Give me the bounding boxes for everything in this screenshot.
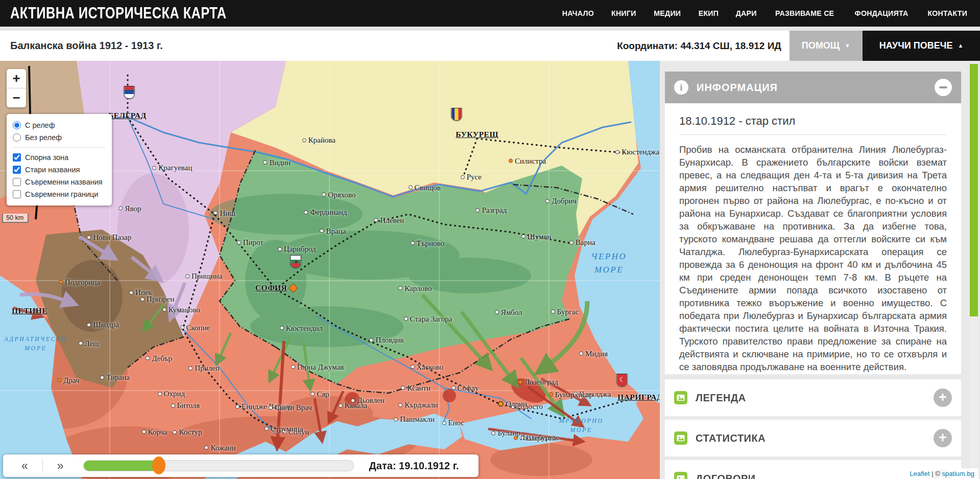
map-scale-bar: 50 km xyxy=(2,214,29,223)
sea-label: АДРИАТИЧЕСКО МОРЕ xyxy=(4,334,67,353)
bulgaria-flag-icon xyxy=(290,255,301,268)
nav-item-4[interactable]: ЕКИП xyxy=(699,9,719,18)
nav-item-1[interactable]: НАЧАЛО xyxy=(562,9,594,18)
main-nav: НАЧАЛОКНИГИМЕДИИЕКИПДАРИРАЗВИВАМЕ СЕФОНД… xyxy=(561,9,969,18)
city-name: Крайова xyxy=(308,136,336,145)
nav-item-2[interactable]: КНИГИ xyxy=(612,9,637,18)
historical-map[interactable]: КрайоваКюстенджаВидинСилистраРусеДобричК… xyxy=(0,61,660,479)
city-label: Бургас xyxy=(551,307,579,316)
city-dot-icon xyxy=(509,159,513,163)
city-name: Битоля xyxy=(177,401,200,410)
city-name: Енос xyxy=(448,419,465,427)
city-label: Плевен xyxy=(374,216,404,224)
sub-header: Балканска война 1912 - 1913 г. Координат… xyxy=(0,27,980,61)
city-name: Разград xyxy=(482,206,507,215)
city-name: Кюстендил xyxy=(286,324,323,332)
city-label: Сяр xyxy=(310,390,329,398)
city-dot-icon xyxy=(152,166,156,170)
layer-checkbox-4[interactable]: Съвременни граници xyxy=(13,188,106,200)
relief-radio-input-1[interactable] xyxy=(13,121,21,129)
relief-radio-1[interactable]: С релеф xyxy=(13,119,106,131)
capital-name: ЦЕТИНЕ xyxy=(12,306,47,315)
city-label: Кюстенджа xyxy=(615,148,659,156)
layer-checkbox-input-2[interactable] xyxy=(13,166,21,174)
city-label: Враца xyxy=(320,226,346,235)
nav-item-6[interactable]: РАЗВИВАМЕ СЕ xyxy=(775,9,834,18)
capital-name: БУКУРЕЩ xyxy=(456,130,498,139)
city-name: Крагуевац xyxy=(158,164,192,172)
city-name: Видин xyxy=(269,158,291,167)
city-label: Лозенград xyxy=(518,378,558,386)
city-dot-icon xyxy=(188,366,193,370)
city-name: Бургас xyxy=(557,307,579,316)
city-label: Хасково xyxy=(411,362,444,371)
learn-more-button[interactable]: НАУЧИ ПОВЕЧЕ ▲ xyxy=(863,31,980,61)
layer-checkbox-3[interactable]: Съвременни названия xyxy=(13,176,106,188)
expand-button[interactable]: + xyxy=(934,389,952,407)
city-label: Добрич xyxy=(545,197,576,206)
city-name: Струмица xyxy=(271,424,303,433)
layer-checkbox-1[interactable]: Спорна зона xyxy=(13,151,106,164)
information-section-header[interactable]: i ИНФОРМАЦИЯ xyxy=(665,72,961,103)
city-dot-icon xyxy=(451,386,456,390)
layer-checkbox-label: Стари названия xyxy=(25,166,80,174)
city-dot-icon xyxy=(339,403,343,407)
zoom-out-button[interactable]: − xyxy=(7,88,26,107)
relief-radio-2[interactable]: Без релеф xyxy=(13,131,106,144)
capital-name: ЦАРИГРАД xyxy=(617,393,660,402)
layer-checkbox-input-3[interactable] xyxy=(13,178,21,186)
accordion-статистика[interactable]: СТАТИСТИКА+ xyxy=(665,420,961,457)
layer-checkbox-input-1[interactable] xyxy=(13,153,21,162)
map-title: Балканска война 1912 - 1913 г. xyxy=(10,40,163,52)
help-button[interactable]: ПОМОЩ ▼ xyxy=(790,31,863,61)
nav-item-8[interactable]: КОНТАКТИ xyxy=(927,9,967,18)
nav-item-3[interactable]: МЕДИИ xyxy=(654,9,681,18)
serbia-flag-icon xyxy=(124,86,135,99)
city-name: Куманово xyxy=(169,305,200,314)
city-dot-icon xyxy=(278,247,282,251)
spatium-link[interactable]: spatium.bg xyxy=(942,470,974,477)
city-dot-icon xyxy=(302,138,306,142)
timeline-slider-fill xyxy=(84,461,159,471)
city-dot-icon xyxy=(374,218,378,222)
city-dot-icon xyxy=(269,405,273,409)
city-dot-icon xyxy=(140,297,145,301)
city-label: Призрен xyxy=(140,295,174,304)
accordion-легенда[interactable]: ЛЕГЕНДА+ xyxy=(665,379,961,416)
city-label: Мидия xyxy=(579,349,608,358)
city-label: Свищов xyxy=(409,183,441,192)
city-label: Прищина xyxy=(185,272,223,281)
nav-item-7[interactable]: ФОНДАЦИЯТА xyxy=(854,9,908,18)
sea-label: МРАМОРНО МОРЕ xyxy=(559,416,604,435)
city-label: Силистра xyxy=(509,156,546,165)
layer-checkbox-input-4[interactable] xyxy=(13,190,21,198)
city-dot-icon xyxy=(495,310,499,314)
timeline-prev-button[interactable]: « xyxy=(16,460,33,472)
city-dot-icon xyxy=(158,392,162,396)
capital-label: БЕЛГРАД xyxy=(108,111,147,120)
collapse-button[interactable] xyxy=(935,79,952,96)
city-dot-icon xyxy=(545,199,549,203)
capital-label: БУКУРЕЩ xyxy=(456,130,498,139)
nav-item-5[interactable]: ДАРИ xyxy=(735,9,756,18)
city-dot-icon xyxy=(87,235,91,239)
city-label: Драч xyxy=(57,376,79,384)
capital-label: СОФИЯ xyxy=(255,283,297,292)
city-name: Горна Джумая xyxy=(297,362,344,371)
city-label: Подгорица xyxy=(59,278,100,286)
panel-scrollbar xyxy=(969,63,978,477)
city-label: Дьовлен xyxy=(351,396,385,405)
leaflet-link[interactable]: Leaflet xyxy=(910,470,930,477)
city-name: Кюстенджа xyxy=(622,148,659,156)
chevron-up-icon: ▲ xyxy=(958,43,963,49)
timeline-slider-knob[interactable] xyxy=(152,457,165,474)
relief-radio-input-2[interactable] xyxy=(13,133,21,142)
expand-button[interactable]: + xyxy=(934,429,952,447)
timeline-next-button[interactable]: » xyxy=(52,460,69,472)
panel-scrollbar-thumb[interactable] xyxy=(970,64,978,316)
city-label: Горна Джумая xyxy=(291,362,344,371)
layer-checkbox-2[interactable]: Стари названия xyxy=(13,164,106,176)
city-label: Охрид xyxy=(158,390,185,398)
timeline-slider[interactable] xyxy=(83,460,354,471)
zoom-in-button[interactable]: + xyxy=(7,69,26,88)
